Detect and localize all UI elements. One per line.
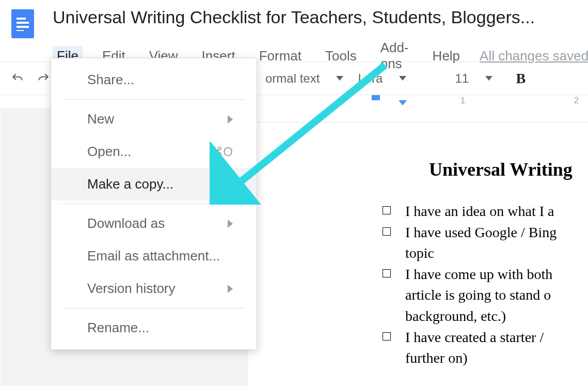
left-indent-marker[interactable] <box>372 95 380 100</box>
list-text: I have created a starter / <box>405 327 544 348</box>
checkbox-icon[interactable] <box>383 227 391 236</box>
ruler-tick: 2 <box>574 96 579 105</box>
menu-tools[interactable]: Tools <box>321 46 361 66</box>
menu-email-attachment[interactable]: Email as attachment... <box>51 240 257 272</box>
menu-separator <box>62 308 245 308</box>
menu-download-as[interactable]: Download as <box>51 207 257 240</box>
chevron-down-icon <box>399 76 406 81</box>
menu-make-a-copy[interactable]: Make a copy... <box>51 168 257 200</box>
list-text-cont: background, etc.) <box>405 306 588 327</box>
menu-new[interactable]: New <box>51 103 257 135</box>
menu-separator <box>62 99 245 100</box>
chevron-down-icon <box>336 76 343 81</box>
list-text-cont: article is going to stand o <box>405 285 588 306</box>
docs-icon[interactable] <box>11 9 34 38</box>
list-text: I have an idea on what I a <box>405 201 554 222</box>
menu-label: Open... <box>87 144 131 160</box>
menu-help[interactable]: Help <box>428 46 464 66</box>
first-line-indent-marker[interactable] <box>399 100 407 105</box>
undo-button[interactable] <box>7 68 28 89</box>
font-family-value: Lora <box>358 71 383 86</box>
paragraph-style-select[interactable]: ormal text <box>265 71 343 86</box>
document-title[interactable]: Universal Writing Checklist for Teachers… <box>53 7 588 27</box>
font-family-select[interactable]: Lora <box>358 71 440 86</box>
list-item: I have an idea on what I a <box>383 201 588 222</box>
bold-button[interactable]: B <box>516 70 526 87</box>
font-size-select[interactable]: 11 <box>455 71 501 86</box>
menu-label: Download as <box>87 215 165 231</box>
checkbox-icon[interactable] <box>383 206 391 214</box>
document-heading: Universal Writing <box>429 159 588 180</box>
menu-version-history[interactable]: Version history <box>51 272 257 305</box>
menu-format[interactable]: Format <box>255 46 306 66</box>
list-item: I have created a starter / <box>383 327 588 348</box>
menu-label: Email as attachment... <box>87 248 220 264</box>
menu-label: Version history <box>87 281 176 297</box>
chevron-right-icon <box>228 285 233 293</box>
menu-rename[interactable]: Rename... <box>51 312 257 344</box>
checklist: I have an idea on what I a I have used G… <box>383 201 588 369</box>
list-text-cont: further on) <box>405 348 588 369</box>
list-text-cont: topic <box>405 243 588 264</box>
app-header: Universal Writing Checklist for Teachers… <box>0 0 588 62</box>
list-item: I have come up with both <box>383 264 588 285</box>
menu-label: Share... <box>87 72 134 88</box>
save-status[interactable]: All changes saved i <box>480 48 588 64</box>
paragraph-style-value: ormal text <box>265 71 320 86</box>
menu-separator <box>62 204 245 204</box>
list-text: I have used Google / Bing <box>405 222 557 243</box>
menu-label: Make a copy... <box>87 176 173 192</box>
chevron-right-icon <box>228 220 233 228</box>
chevron-right-icon <box>228 115 233 123</box>
menu-label: New <box>87 111 114 127</box>
checkbox-icon[interactable] <box>383 332 391 341</box>
menu-open[interactable]: Open... ⌘O <box>51 135 257 168</box>
file-menu-dropdown: Share... New Open... ⌘O Make a copy... D… <box>51 58 257 350</box>
font-size-value: 11 <box>455 71 469 86</box>
list-text: I have come up with both <box>405 264 552 285</box>
ruler-tick: 1 <box>460 96 465 105</box>
menu-share[interactable]: Share... <box>51 64 257 96</box>
checkbox-icon[interactable] <box>383 269 391 277</box>
keyboard-shortcut: ⌘O <box>211 145 233 159</box>
menu-addons[interactable]: Add-ons <box>376 38 413 74</box>
list-item: I have used Google / Bing <box>383 222 588 243</box>
document-page[interactable]: Universal Writing I have an idea on what… <box>248 122 588 386</box>
chevron-down-icon <box>485 76 492 81</box>
menu-label: Rename... <box>87 320 149 336</box>
